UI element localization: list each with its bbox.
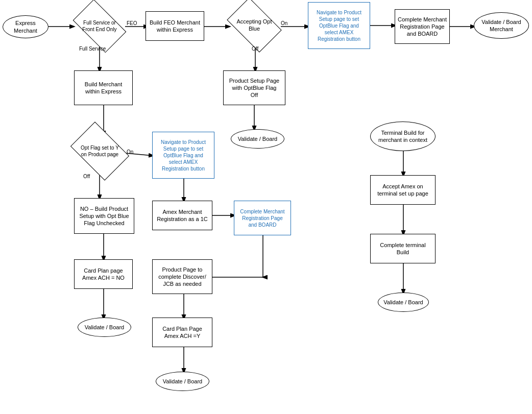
full-service-diamond-label: Full Service orFront End Only <box>82 19 116 33</box>
feo-label: FEO <box>127 20 137 26</box>
no-build-product-node: NO – Build ProductSetup with Opt BlueFla… <box>74 198 134 234</box>
card-plan-amex-no-label: Card Plan pageAmex ACH = NO <box>82 267 125 282</box>
validate-board-left-label: Validate / Board <box>85 324 124 331</box>
accept-amex-terminal-label: Accept Amex onterminal set up page <box>377 183 428 198</box>
validate-board-mid1-label: Validate / Board <box>238 135 277 142</box>
complete-terminal-build-node: Complete terminalBuild <box>370 234 436 263</box>
validate-board-top-node: Validate / BoardMerchant <box>474 12 529 39</box>
navigate-product-setup-top-label: Navigate to ProductSetup page to setOptB… <box>317 9 361 42</box>
opt-flag-diamond: Opt Flag set to Yon Product page <box>76 134 124 168</box>
validate-board-bottom-label: Validate / Board <box>163 378 202 385</box>
build-feo-node: Build FEO Merchantwithin Express <box>146 11 204 41</box>
opt-flag-diamond-label: Opt Flag set to Yon Product page <box>81 144 119 158</box>
build-merchant-express-node: Build Merchantwithin Express <box>74 70 133 105</box>
full-service-diamond: Full Service orFront End Only <box>77 11 123 41</box>
validate-board-right-node: Validate / Board <box>378 293 429 312</box>
build-merchant-express-label: Build Merchantwithin Express <box>85 81 122 95</box>
express-merchant-node: Express Merchant <box>3 15 49 38</box>
off-top-label: Off <box>252 46 258 52</box>
amex-merchant-reg-1c-label: Amex MerchantRegistration as a 1C <box>157 208 208 223</box>
card-plan-amex-y-label: Card Plan PageAmex ACH =Y <box>162 325 202 340</box>
full-service-label: Full Service <box>79 46 106 52</box>
complete-merchant-reg-top-node: Complete MerchantRegistration Pageand BO… <box>395 9 450 44</box>
flowchart-canvas: Express Merchant Full Service orFront En… <box>0 0 532 414</box>
amex-merchant-reg-1c-node: Amex MerchantRegistration as a 1C <box>152 201 212 230</box>
navigate-product-setup-mid-node: Navigate to ProductSetup page to setOptB… <box>152 132 214 179</box>
validate-board-right-label: Validate / Board <box>383 299 423 306</box>
on-mid-label: On <box>127 149 133 155</box>
accepting-opt-blue-label: Accepting OptBlue <box>236 18 272 33</box>
product-setup-optblue-off-node: Product Setup Pagewith OptBlue FlagOff <box>223 70 285 105</box>
validate-board-top-label: Validate / BoardMerchant <box>481 18 521 33</box>
no-build-product-label: NO – Build ProductSetup with Opt BlueFla… <box>79 205 129 227</box>
on-top-label: On <box>281 20 287 26</box>
validate-board-left-node: Validate / Board <box>78 318 131 337</box>
product-setup-optblue-off-label: Product Setup Pagewith OptBlue FlagOff <box>229 77 279 99</box>
card-plan-amex-y-node: Card Plan PageAmex ACH =Y <box>152 318 212 347</box>
product-page-discover-node: Product Page tocomplete Discover/JCB as … <box>152 259 212 294</box>
navigate-product-setup-top-node: Navigate to ProductSetup page to setOptB… <box>308 2 370 49</box>
terminal-build-label: Terminal Build formerchant in context <box>378 129 427 144</box>
terminal-build-node: Terminal Build formerchant in context <box>370 121 436 151</box>
off-mid-label: Off <box>83 174 90 179</box>
complete-merchant-reg-top-label: Complete MerchantRegistration Pageand BO… <box>398 16 447 38</box>
complete-merchant-reg-mid-label: Complete MerchantRegistration Pageand BO… <box>240 208 284 228</box>
build-feo-label: Build FEO Merchantwithin Express <box>150 19 200 34</box>
complete-terminal-build-label: Complete terminalBuild <box>380 241 425 256</box>
accepting-opt-blue-diamond: Accepting OptBlue <box>231 9 277 41</box>
product-page-discover-label: Product Page tocomplete Discover/JCB as … <box>158 266 206 288</box>
accept-amex-terminal-node: Accept Amex onterminal set up page <box>370 175 436 205</box>
card-plan-amex-no-node: Card Plan pageAmex ACH = NO <box>74 259 133 289</box>
validate-board-bottom-node: Validate / Board <box>156 372 209 391</box>
complete-merchant-reg-mid-node: Complete MerchantRegistration Pageand BO… <box>234 201 291 235</box>
navigate-product-setup-mid-label: Navigate to ProductSetup page to setOptB… <box>161 139 206 172</box>
validate-board-mid1-node: Validate / Board <box>231 129 284 149</box>
express-merchant-label: Express Merchant <box>14 19 37 34</box>
